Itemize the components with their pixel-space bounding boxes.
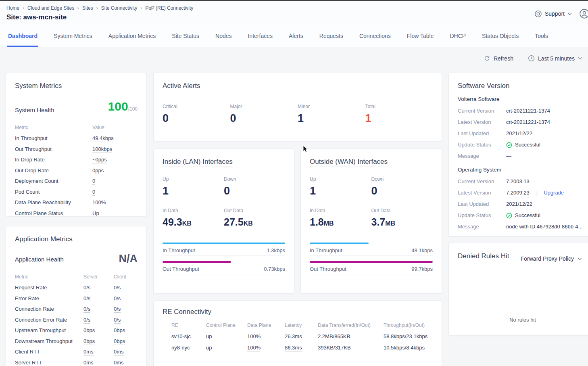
table-row: sv10-sjc up 100% 26.3ms 2.2MB/865KB 58.8… [163,333,433,339]
table-row: Client RTT0ms0ms [15,349,138,355]
server-value-link[interactable]: 0ms [83,349,94,356]
time-range-selector[interactable]: Last 5 minutes [528,55,582,62]
minor-alerts-stat: Minor 1 [298,104,365,124]
out-throughput-bar [310,261,433,263]
throughput-value: 58.8kbps/23.1kbps [384,333,433,339]
server-value-link[interactable]: 0/s [83,317,90,324]
policy-selector-dropdown[interactable]: Forward Proxy Policy [521,255,582,262]
software-version-title: Software Version [458,82,588,90]
breadcrumb-cloud-edge-sites[interactable]: Cloud and Edge Sites [27,5,74,11]
breadcrumb-pop-re-connectivity[interactable]: PoP (RE) Connectivity [145,5,193,11]
server-value-link[interactable]: 0bps [83,327,95,334]
breadcrumb-sites[interactable]: Sites [82,5,93,11]
active-alerts-title[interactable]: Active Alerts [163,82,200,90]
breadcrumb-site-connectivity[interactable]: Site Connectivity [101,5,137,11]
system-metrics-table: Metric Value In Throughput49.4kbps Out T… [15,125,138,216]
client-value-link[interactable]: 0/s [114,295,121,302]
refresh-label: Refresh [494,55,513,62]
client-value-link[interactable]: 0ms [114,349,124,356]
latency-link[interactable]: 26.3ms [285,333,302,340]
server-value-link[interactable]: 0/s [83,284,90,291]
table-row: Update Status Successful [458,142,588,148]
tab-alerts[interactable]: Alerts [288,33,304,47]
metric-value-link[interactable]: Up [92,210,99,217]
table-row: Pod Count0 [15,189,138,195]
table-row: Control Plane StatusUp [15,211,138,216]
tab-connections[interactable]: Connections [359,33,392,47]
wan-interfaces-title[interactable]: Outside (WAN) Interfaces [310,158,388,166]
metric-value-link[interactable]: ~0pps [92,157,107,163]
lan-in-throughput-gauge: In Throughput1.3kbps [163,243,285,256]
application-health-value: N/A [119,253,138,264]
column-header-latency: Latency [285,322,318,328]
software-version-card: Software Version Volterra Software Curre… [448,73,588,236]
metric-value-link[interactable]: 0pps [92,167,104,174]
tab-interfaces[interactable]: Interfaces [247,33,273,47]
metric-value-link[interactable]: 0 [92,178,95,185]
data-plane-link[interactable]: 100% [247,333,261,340]
in-throughput-bar [310,243,369,244]
tab-system-metrics[interactable]: System Metrics [53,33,93,47]
upgrade-link[interactable]: Upgrade [544,190,564,196]
breadcrumb-separator: › [23,5,24,11]
metric-value-link[interactable]: 49.4kbps [92,135,114,142]
server-value-link[interactable]: 0/s [83,306,90,313]
major-alerts-stat: Major 0 [230,104,298,124]
tab-requests[interactable]: Requests [319,33,344,47]
system-metrics-title: System Metrics [15,82,138,90]
breadcrumb-home[interactable]: Home [6,5,19,11]
wan-up-stat: Up 1 [310,176,371,197]
client-value-link[interactable]: 0bps [114,338,125,345]
server-value-link[interactable]: 0ms [83,360,94,366]
column-header-control-plane: Control Plane [206,322,247,328]
refresh-button[interactable]: Refresh [484,55,513,62]
metric-value-link[interactable]: 0 [92,189,95,196]
client-value-link[interactable]: 0ms [114,360,124,366]
chevron-down-icon [578,57,582,60]
client-value-link[interactable]: 0bps [114,327,125,334]
tab-dhcp[interactable]: DHCP [449,33,467,47]
support-button[interactable]: Support [534,10,572,18]
data-plane-link[interactable]: 100% [247,345,261,351]
tab-flow-table[interactable]: Flow Table [406,33,435,47]
table-row: In Drop Rate~0pps [15,157,138,163]
metric-value-link[interactable]: 100kbps [92,146,112,153]
app-header: Home › Cloud and Edge Sites › Sites › Si… [0,1,588,25]
table-row: Connection Rate0/s0/s [15,306,138,312]
tab-site-status[interactable]: Site Status [171,33,200,47]
lan-interfaces-title[interactable]: Inside (LAN) Interfaces [163,158,233,166]
column-header-value: Value [92,125,104,130]
tab-nodes[interactable]: Nodes [215,33,232,47]
tab-application-metrics[interactable]: Application Metrics [108,33,157,47]
client-value-link[interactable]: 0/s [114,284,121,291]
client-value-link[interactable]: 0/s [114,317,121,324]
application-metrics-card: Application Metrics Application Health N… [6,226,147,366]
server-value-link[interactable]: 0/s [83,295,90,302]
server-value-link[interactable]: 0bps [83,338,95,345]
window-top-edge [0,0,588,1]
user-avatar-icon[interactable] [579,8,588,19]
breadcrumb-separator: › [77,5,79,11]
table-row: Error Rate0/s0/s [15,296,138,301]
data-transferred-value: 393KB/317KB [318,345,384,351]
control-plane-value: up [206,333,247,339]
tab-dashboard[interactable]: Dashboard [7,33,38,47]
mouse-cursor [303,145,309,155]
denied-rules-title: Denied Rules Hit [458,251,510,261]
column-header-server: Server [83,274,114,280]
latency-link[interactable]: 86.3ms [285,345,302,351]
column-header-data-plane: Data Plane [247,322,285,328]
table-row: ny8-nyc up 100% 86.3ms 393KB/317KB 10.5k… [163,345,433,351]
in-throughput-bar [163,243,285,244]
tab-status-objects[interactable]: Status Objects [481,33,519,47]
table-row: Last Updated2021/12/22 [458,130,588,137]
metric-value-link[interactable]: 100% [92,199,106,206]
column-header-client: Client [114,274,126,280]
no-rules-hit-text: No rules hit [449,317,588,323]
table-row: Current Version7.2003.13 [458,178,588,185]
tab-tools[interactable]: Tools [534,33,549,47]
client-value-link[interactable]: 0/s [114,306,121,313]
re-connectivity-title: RE Connectivity [163,308,433,316]
table-row: In Throughput49.4kbps [15,136,138,141]
wan-interfaces-card: Outside (WAN) Interfaces Up 1 Down 0 In … [300,148,442,294]
